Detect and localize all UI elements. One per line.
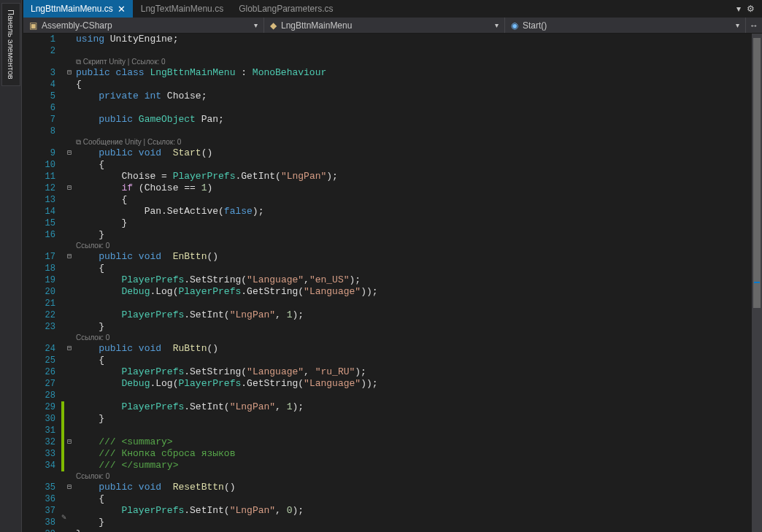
nav-member-label: Start() [523,20,547,31]
collapse-icon[interactable]: ⊟ [64,436,74,448]
nav-member-dropdown[interactable]: ◉ Start() ▾ [505,18,746,33]
method-icon: ◉ [511,20,518,31]
collapse-icon[interactable]: ⊟ [64,67,74,79]
nav-project-label: Assembly-CSharp [42,20,112,31]
scrollbar-thumb[interactable] [753,38,761,308]
code-editor[interactable]: 1 2 3 4 5 6 7 8 9 10 11 12 13 14 15 16 1… [23,34,752,532]
close-tab-icon[interactable]: ✕ [118,4,126,14]
codelens-indicator[interactable]: Ссылок: 0 [74,333,752,343]
collapse-icon[interactable]: ⊟ [64,343,74,355]
file-tab[interactable]: GlobLangParameters.cs [231,0,341,18]
codelens-indicator[interactable]: ⧉ Сообщение Unity | Ссылок: 0 [74,137,752,147]
codelens-indicator[interactable]: ⧉ Скрипт Unity | Ссылок: 0 [74,57,752,67]
scroll-marker [754,282,760,283]
document-tab-bar: LngBttnMainMenu.cs ✕ LngTextMainMenu.cs … [23,0,762,18]
navigation-bar: ▣ Assembly-CSharp ▾ ◆ LngBttnMainMenu ▾ … [23,18,762,34]
brush-icon: ✎ [61,512,66,522]
code-content[interactable]: using UnityEngine; ⧉ Скрипт Unity | Ссыл… [74,34,752,532]
collapse-icon[interactable]: ⊟ [64,182,74,194]
collapse-icon[interactable]: ⊟ [64,482,74,493]
split-editor-icon[interactable]: ↔ [746,18,762,33]
collapse-icon[interactable]: ⊟ [64,147,74,159]
outline-column: ⊟ ⊟ ⊟ ⊟ ⊟ ⊟ ⊟ [64,34,74,532]
tab-overflow-icon[interactable]: ▾ [736,4,741,14]
line-number-gutter: 1 2 3 4 5 6 7 8 9 10 11 12 13 14 15 16 1… [23,34,61,532]
csharp-project-icon: ▣ [29,20,37,31]
nav-class-label: LngBttnMainMenu [281,20,352,31]
file-tab[interactable]: LngTextMainMenu.cs [134,0,231,18]
file-tab-label: LngTextMainMenu.cs [141,4,223,14]
nav-class-dropdown[interactable]: ◆ LngBttnMainMenu ▾ [264,18,505,33]
tool-side-panel: Панель элементов [0,0,22,532]
chevron-down-icon: ▾ [736,21,739,29]
toolbox-tab[interactable]: Панель элементов [1,3,20,86]
vertical-scrollbar[interactable] [752,34,762,532]
tab-settings-icon[interactable]: ⚙ [747,4,755,14]
file-tab-active[interactable]: LngBttnMainMenu.cs ✕ [23,0,134,18]
collapse-icon[interactable]: ⊟ [64,251,74,263]
file-tab-label: GlobLangParameters.cs [239,4,333,14]
codelens-indicator[interactable]: Ссылок: 0 [74,471,752,482]
chevron-down-icon: ▾ [254,21,258,29]
codelens-indicator[interactable]: Ссылок: 0 [74,241,752,251]
nav-project-dropdown[interactable]: ▣ Assembly-CSharp ▾ [23,18,264,33]
class-icon: ◆ [270,20,277,31]
file-tab-label: LngBttnMainMenu.cs [31,4,113,14]
chevron-down-icon: ▾ [495,21,499,29]
